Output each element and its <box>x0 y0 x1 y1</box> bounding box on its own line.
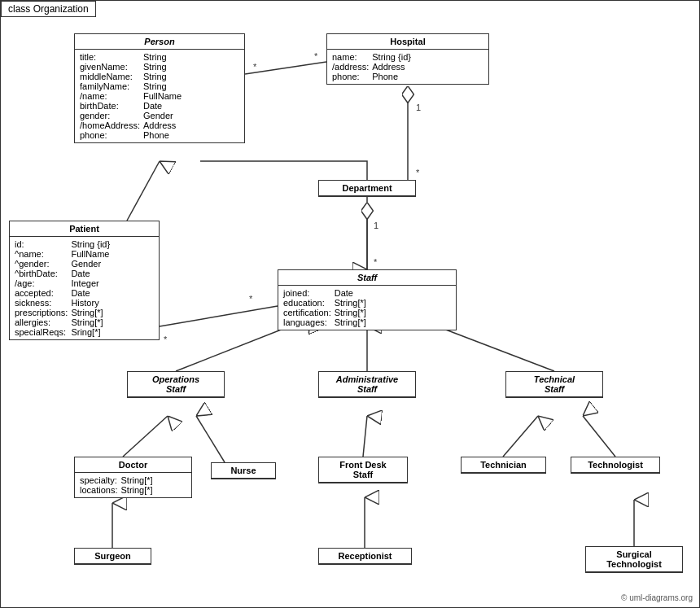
class-person-body: title:String givenName:String middleName… <box>75 50 244 142</box>
class-receptionist: Receptionist <box>318 548 412 565</box>
class-receptionist-header: Receptionist <box>319 549 411 564</box>
svg-line-3 <box>127 161 160 221</box>
class-patient: Patient id:String {id} ^name:FullName ^g… <box>9 221 160 340</box>
class-administrative-staff-header: AdministrativeStaff <box>319 372 415 397</box>
diagram-title: class Organization <box>1 1 96 17</box>
class-doctor: Doctor specialty:String[*] locations:Str… <box>74 457 192 498</box>
svg-text:*: * <box>314 51 318 61</box>
class-nurse-header: Nurse <box>212 463 275 479</box>
class-surgical-technologist: SurgicalTechnologist <box>585 546 683 573</box>
class-front-desk-staff: Front DeskStaff <box>318 457 408 483</box>
class-patient-header: Patient <box>10 221 159 237</box>
svg-text:*: * <box>164 335 168 344</box>
class-technical-staff: TechnicalStaff <box>505 371 603 398</box>
class-patient-body: id:String {id} ^name:FullName ^gender:Ge… <box>10 237 159 339</box>
class-technician: Technician <box>461 457 546 474</box>
svg-text:*: * <box>249 294 253 304</box>
class-doctor-body: specialty:String[*] locations:String[*] <box>75 473 191 497</box>
class-technologist-header: Technologist <box>571 457 659 473</box>
class-staff-body: joined:Date education:String[*] certific… <box>278 286 456 330</box>
svg-text:*: * <box>253 62 257 72</box>
class-operations-staff: OperationsStaff <box>127 371 225 398</box>
class-technician-header: Technician <box>462 457 545 473</box>
class-staff-header: Staff <box>278 270 456 286</box>
class-surgeon-header: Surgeon <box>75 549 151 564</box>
svg-text:*: * <box>374 257 378 267</box>
svg-text:1: 1 <box>374 221 378 230</box>
class-technical-staff-header: TechnicalStaff <box>506 372 602 397</box>
class-doctor-header: Doctor <box>75 457 191 473</box>
svg-line-19 <box>503 416 538 457</box>
svg-line-7 <box>245 62 326 74</box>
class-person-header: Person <box>75 34 244 50</box>
class-operations-staff-header: OperationsStaff <box>128 372 224 397</box>
svg-line-20 <box>583 416 615 457</box>
svg-line-16 <box>123 416 168 457</box>
class-staff: Staff joined:Date education:String[*] ce… <box>278 269 457 330</box>
class-front-desk-staff-header: Front DeskStaff <box>319 457 407 483</box>
class-department: Department <box>318 180 416 197</box>
svg-text:1: 1 <box>416 103 421 112</box>
class-hospital-header: Hospital <box>327 34 488 50</box>
class-surgical-technologist-header: SurgicalTechnologist <box>586 547 682 572</box>
class-person: Person title:String givenName:String mid… <box>74 33 245 143</box>
svg-text:*: * <box>416 168 420 177</box>
class-hospital: Hospital name:String {id} /address:Addre… <box>326 33 489 85</box>
class-technologist: Technologist <box>571 457 660 474</box>
class-hospital-body: name:String {id} /address:Address phone:… <box>327 50 488 84</box>
diagram-container: class Organization <box>0 0 700 608</box>
copyright: © uml-diagrams.org <box>621 593 693 602</box>
class-department-header: Department <box>319 181 415 196</box>
class-surgeon: Surgeon <box>74 548 151 565</box>
svg-line-18 <box>363 416 367 457</box>
svg-line-17 <box>196 416 225 462</box>
class-administrative-staff: AdministrativeStaff <box>318 371 416 398</box>
svg-line-24 <box>160 306 278 326</box>
class-nurse: Nurse <box>211 462 276 479</box>
